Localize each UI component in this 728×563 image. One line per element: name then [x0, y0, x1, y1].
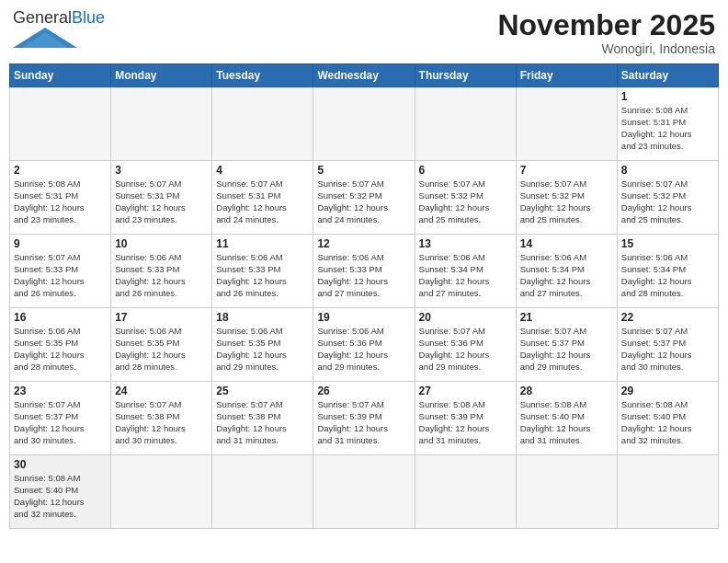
calendar-day: 1Sunrise: 5:08 AM Sunset: 5:31 PM Daylig… [617, 87, 718, 161]
day-number: 24 [115, 385, 208, 397]
day-info: Sunrise: 5:06 AM Sunset: 5:34 PM Dayligh… [520, 252, 613, 299]
day-info: Sunrise: 5:06 AM Sunset: 5:33 PM Dayligh… [115, 252, 208, 299]
calendar-week-row: 30Sunrise: 5:08 AM Sunset: 5:40 PM Dayli… [10, 455, 719, 529]
calendar-day [313, 87, 415, 161]
logo: GeneralBlue [13, 9, 105, 52]
calendar-day: 5Sunrise: 5:07 AM Sunset: 5:32 PM Daylig… [313, 161, 415, 235]
day-number: 9 [14, 237, 107, 250]
day-number: 1 [621, 90, 714, 103]
title-area: November 2025 Wonogiri, Indonesia [497, 9, 715, 56]
day-info: Sunrise: 5:08 AM Sunset: 5:40 PM Dayligh… [621, 399, 714, 446]
location: Wonogiri, Indonesia [497, 41, 715, 56]
day-number: 29 [621, 385, 714, 397]
calendar-day: 9Sunrise: 5:07 AM Sunset: 5:33 PM Daylig… [10, 235, 111, 308]
calendar-day: 30Sunrise: 5:08 AM Sunset: 5:40 PM Dayli… [10, 455, 111, 529]
logo-general: General [13, 8, 72, 27]
day-info: Sunrise: 5:06 AM Sunset: 5:33 PM Dayligh… [216, 252, 309, 299]
day-number: 11 [216, 237, 309, 250]
day-info: Sunrise: 5:08 AM Sunset: 5:31 PM Dayligh… [14, 178, 107, 225]
calendar-day: 2Sunrise: 5:08 AM Sunset: 5:31 PM Daylig… [10, 161, 111, 235]
day-info: Sunrise: 5:06 AM Sunset: 5:35 PM Dayligh… [216, 326, 309, 373]
calendar-day [415, 455, 516, 529]
day-number: 28 [520, 385, 613, 397]
calendar-day: 19Sunrise: 5:06 AM Sunset: 5:36 PM Dayli… [313, 308, 415, 382]
calendar-week-row: 2Sunrise: 5:08 AM Sunset: 5:31 PM Daylig… [10, 161, 719, 235]
day-number: 16 [14, 311, 107, 324]
weekday-header-friday: Friday [516, 64, 617, 87]
calendar-day: 28Sunrise: 5:08 AM Sunset: 5:40 PM Dayli… [516, 382, 617, 455]
day-number: 20 [419, 311, 512, 324]
calendar-day: 12Sunrise: 5:06 AM Sunset: 5:33 PM Dayli… [313, 235, 415, 308]
day-info: Sunrise: 5:07 AM Sunset: 5:37 PM Dayligh… [14, 399, 107, 446]
calendar-day: 7Sunrise: 5:07 AM Sunset: 5:32 PM Daylig… [516, 161, 617, 235]
weekday-header-thursday: Thursday [415, 64, 516, 87]
day-info: Sunrise: 5:07 AM Sunset: 5:36 PM Dayligh… [419, 326, 512, 373]
day-info: Sunrise: 5:08 AM Sunset: 5:31 PM Dayligh… [621, 105, 714, 152]
day-info: Sunrise: 5:07 AM Sunset: 5:31 PM Dayligh… [115, 178, 208, 225]
day-info: Sunrise: 5:06 AM Sunset: 5:36 PM Dayligh… [317, 326, 410, 373]
day-info: Sunrise: 5:06 AM Sunset: 5:34 PM Dayligh… [419, 252, 512, 299]
day-number: 27 [419, 385, 512, 397]
day-number: 8 [621, 164, 714, 177]
weekday-header-saturday: Saturday [617, 64, 718, 87]
day-number: 4 [216, 164, 309, 177]
calendar-day [212, 87, 313, 161]
day-info: Sunrise: 5:06 AM Sunset: 5:33 PM Dayligh… [317, 252, 410, 299]
day-number: 3 [115, 164, 208, 177]
calendar-day: 14Sunrise: 5:06 AM Sunset: 5:34 PM Dayli… [516, 235, 617, 308]
calendar-day: 17Sunrise: 5:06 AM Sunset: 5:35 PM Dayli… [111, 308, 212, 382]
calendar-day: 13Sunrise: 5:06 AM Sunset: 5:34 PM Dayli… [415, 235, 516, 308]
day-info: Sunrise: 5:06 AM Sunset: 5:35 PM Dayligh… [115, 326, 208, 373]
calendar-week-row: 9Sunrise: 5:07 AM Sunset: 5:33 PM Daylig… [10, 235, 719, 308]
calendar-day: 6Sunrise: 5:07 AM Sunset: 5:32 PM Daylig… [415, 161, 516, 235]
month-title: November 2025 [497, 9, 715, 41]
page-header: GeneralBlue November 2025 Wonogiri, Indo… [9, 9, 719, 56]
day-number: 23 [14, 385, 107, 397]
day-info: Sunrise: 5:07 AM Sunset: 5:37 PM Dayligh… [621, 326, 714, 373]
calendar-day [111, 455, 212, 529]
day-number: 2 [14, 164, 107, 177]
calendar-day: 4Sunrise: 5:07 AM Sunset: 5:31 PM Daylig… [212, 161, 313, 235]
calendar-day: 26Sunrise: 5:07 AM Sunset: 5:39 PM Dayli… [313, 382, 415, 455]
day-number: 7 [520, 164, 613, 177]
calendar-day: 23Sunrise: 5:07 AM Sunset: 5:37 PM Dayli… [10, 382, 111, 455]
day-number: 10 [115, 237, 208, 250]
calendar-day: 11Sunrise: 5:06 AM Sunset: 5:33 PM Dayli… [212, 235, 313, 308]
calendar-table: SundayMondayTuesdayWednesdayThursdayFrid… [9, 63, 719, 529]
day-number: 14 [520, 237, 613, 250]
logo-icon [13, 28, 77, 48]
day-info: Sunrise: 5:08 AM Sunset: 5:40 PM Dayligh… [520, 399, 613, 446]
calendar-day: 16Sunrise: 5:06 AM Sunset: 5:35 PM Dayli… [10, 308, 111, 382]
day-number: 5 [317, 164, 410, 177]
day-number: 26 [317, 385, 410, 397]
day-info: Sunrise: 5:07 AM Sunset: 5:31 PM Dayligh… [216, 178, 309, 225]
weekday-header-sunday: Sunday [10, 64, 111, 87]
day-info: Sunrise: 5:07 AM Sunset: 5:32 PM Dayligh… [419, 178, 512, 225]
day-info: Sunrise: 5:07 AM Sunset: 5:37 PM Dayligh… [520, 326, 613, 373]
day-number: 30 [14, 458, 107, 471]
weekday-header-row: SundayMondayTuesdayWednesdayThursdayFrid… [10, 64, 719, 87]
day-info: Sunrise: 5:07 AM Sunset: 5:32 PM Dayligh… [520, 178, 613, 225]
calendar-week-row: 23Sunrise: 5:07 AM Sunset: 5:37 PM Dayli… [10, 382, 719, 455]
calendar-day: 8Sunrise: 5:07 AM Sunset: 5:32 PM Daylig… [617, 161, 718, 235]
day-number: 17 [115, 311, 208, 324]
calendar-day [212, 455, 313, 529]
calendar-day: 29Sunrise: 5:08 AM Sunset: 5:40 PM Dayli… [617, 382, 718, 455]
calendar-day [516, 455, 617, 529]
day-info: Sunrise: 5:07 AM Sunset: 5:39 PM Dayligh… [317, 399, 410, 446]
calendar-day: 21Sunrise: 5:07 AM Sunset: 5:37 PM Dayli… [516, 308, 617, 382]
calendar-day [617, 455, 718, 529]
day-number: 12 [317, 237, 410, 250]
day-info: Sunrise: 5:07 AM Sunset: 5:33 PM Dayligh… [14, 252, 107, 299]
day-number: 21 [520, 311, 613, 324]
calendar-day: 3Sunrise: 5:07 AM Sunset: 5:31 PM Daylig… [111, 161, 212, 235]
calendar-day: 27Sunrise: 5:08 AM Sunset: 5:39 PM Dayli… [415, 382, 516, 455]
day-number: 19 [317, 311, 410, 324]
day-info: Sunrise: 5:08 AM Sunset: 5:39 PM Dayligh… [419, 399, 512, 446]
day-number: 13 [419, 237, 512, 250]
logo-blue: Blue [72, 8, 105, 27]
day-number: 18 [216, 311, 309, 324]
calendar-day: 24Sunrise: 5:07 AM Sunset: 5:38 PM Dayli… [111, 382, 212, 455]
calendar-week-row: 1Sunrise: 5:08 AM Sunset: 5:31 PM Daylig… [10, 87, 719, 161]
day-info: Sunrise: 5:06 AM Sunset: 5:34 PM Dayligh… [621, 252, 714, 299]
